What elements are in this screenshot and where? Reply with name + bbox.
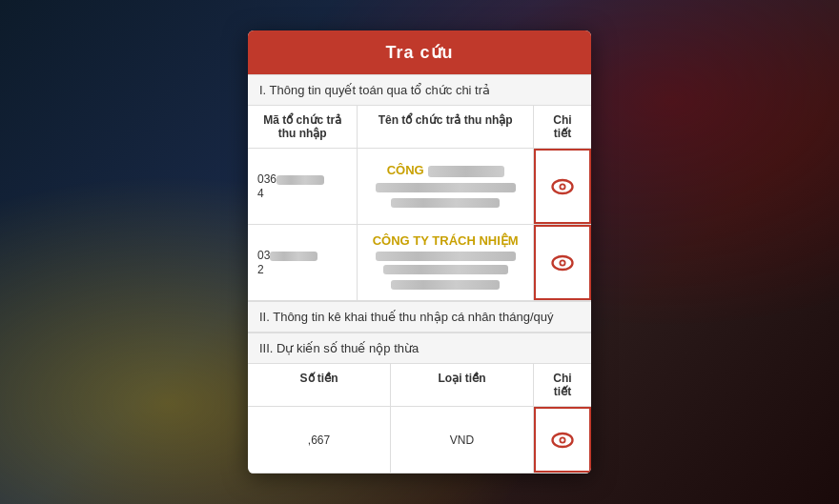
row1-eye-button[interactable] — [545, 158, 580, 214]
row1-id: 036 4 — [248, 149, 358, 224]
table-row: ,667 VND — [248, 407, 591, 474]
row3-detail[interactable] — [534, 407, 591, 473]
row1-name: CÔNG — [358, 149, 534, 224]
search-button[interactable]: Tra cứu — [248, 30, 591, 74]
row2-id: 03 2 — [248, 225, 358, 300]
row3-currency: VND — [391, 407, 534, 473]
table1-col1: Mã tổ chức trả thu nhập — [248, 106, 358, 148]
row1-detail[interactable] — [534, 149, 591, 224]
table1-col2: Tên tổ chức trả thu nhập — [358, 106, 534, 148]
row2-eye-button[interactable] — [545, 234, 580, 291]
table1-header: Mã tổ chức trả thu nhập Tên tổ chức trả … — [248, 106, 591, 149]
main-card: Tra cứu I. Thông tin quyết toán qua tổ c… — [248, 30, 591, 474]
table3-col2: Loại tiền — [391, 364, 534, 406]
row2-name: CÔNG TY TRÁCH NHIỆM — [358, 225, 534, 300]
table3-col1: Số tiền — [248, 364, 391, 406]
svg-point-5 — [561, 261, 564, 265]
row2-detail[interactable] — [534, 225, 591, 300]
table-row: 036 4 CÔNG — [248, 149, 591, 225]
section3-header: III. Dự kiến số thuế nộp thừa — [248, 333, 591, 364]
table3-col3: Chi tiết — [534, 364, 591, 406]
section2-header: II. Thông tin kê khai thuế thu nhập cá n… — [248, 301, 591, 333]
svg-point-8 — [561, 438, 564, 442]
table3-header: Số tiền Loại tiền Chi tiết — [248, 364, 591, 407]
row3-eye-button[interactable] — [545, 416, 580, 463]
table1-col3: Chi tiết — [534, 106, 591, 148]
row3-amount: ,667 — [248, 407, 391, 473]
table-row: 03 2 CÔNG TY TRÁCH NHIỆM — [248, 225, 591, 301]
svg-point-2 — [561, 185, 564, 189]
section1-header: I. Thông tin quyết toán qua tổ chức chi … — [248, 74, 591, 106]
